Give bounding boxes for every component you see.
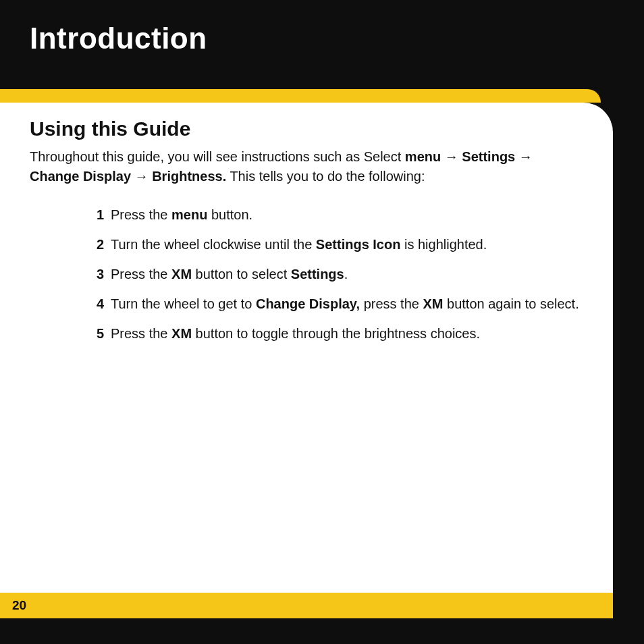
step-number: 4 [90, 294, 104, 313]
step-text: Press the [111, 267, 171, 281]
accent-bar [0, 89, 601, 103]
step-bold: XM [171, 326, 192, 341]
intro-post: This tells you to do the following: [226, 169, 425, 184]
step-text: Press the [111, 207, 171, 222]
footer-bar: 20 [0, 593, 613, 618]
step-text: Turn the wheel clockwise until the [111, 237, 316, 252]
arrow-icon: → [515, 149, 533, 164]
step-number: 2 [90, 235, 104, 254]
step-text: button to toggle through the brightness … [192, 326, 480, 341]
intro-pre: Throughout this guide, you will see inst… [30, 149, 405, 164]
intro-path-change-display: Change Display [30, 169, 131, 184]
step-number: 1 [90, 205, 104, 224]
step-text: . [344, 267, 348, 281]
steps-list: 1 Press the menu button. 2 Turn the whee… [30, 205, 583, 343]
intro-paragraph: Throughout this guide, you will see inst… [30, 147, 583, 186]
step-text: button. [207, 207, 252, 222]
step-item: 2 Turn the wheel clockwise until the Set… [90, 235, 583, 254]
step-item: 5 Press the XM button to toggle through … [90, 324, 583, 343]
step-bold: XM [171, 267, 192, 281]
arrow-icon: → [441, 149, 462, 164]
step-bold: menu [171, 207, 207, 222]
step-bold: Settings Icon [316, 237, 401, 252]
step-bold: Change Display, [256, 296, 360, 311]
step-text: press the [360, 296, 423, 311]
step-number: 3 [90, 265, 104, 284]
step-text: Press the [111, 326, 171, 341]
section-title: Using this Guide [30, 117, 583, 140]
intro-path-brightness: Brightness. [152, 169, 226, 184]
content-panel: Using this Guide Throughout this guide, … [0, 103, 613, 618]
step-bold: XM [423, 296, 443, 311]
step-item: 4 Turn the wheel to get to Change Displa… [90, 294, 583, 313]
step-text: button again to select. [443, 296, 579, 311]
step-item: 1 Press the menu button. [90, 205, 583, 224]
intro-path-settings: Settings [462, 149, 515, 164]
manual-page: Introduction Using this Guide Throughout… [0, 0, 644, 644]
step-text: button to select [192, 267, 291, 281]
step-number: 5 [90, 324, 104, 343]
chapter-title: Introduction [0, 0, 644, 55]
step-text: is highlighted. [400, 237, 487, 252]
page-number: 20 [12, 598, 26, 613]
arrow-icon: → [131, 169, 152, 184]
step-text: Turn the wheel to get to [111, 296, 256, 311]
step-item: 3 Press the XM button to select Settings… [90, 265, 583, 284]
step-bold: Settings [291, 267, 344, 281]
intro-path-menu: menu [405, 149, 441, 164]
